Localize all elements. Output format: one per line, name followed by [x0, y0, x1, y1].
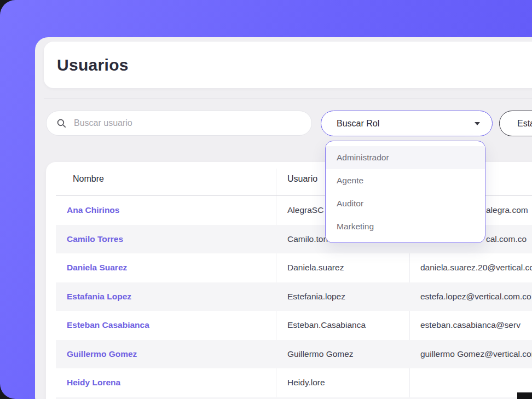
user-name-link[interactable]: Daniela Suarez — [56, 263, 276, 273]
column-header-nombre: Nombre — [56, 174, 276, 184]
user-name-link[interactable]: Ana Chirinos — [56, 205, 276, 215]
search-icon — [56, 118, 67, 129]
email-cell: esteban.casabianca@serv — [409, 320, 532, 330]
chevron-down-icon — [475, 122, 480, 125]
role-select-label: Buscar Rol — [337, 119, 379, 129]
user-name-link[interactable]: Camilo Torres — [56, 234, 276, 244]
table-row: Heidy Lorena Heidy.lore — [56, 368, 532, 397]
table-row: Estafania Lopez Estefania.lopez estefa.l… — [56, 282, 532, 311]
user-name-link[interactable]: Heidy Lorena — [56, 378, 276, 388]
email-cell: daniela.suarez.20@vertical.com — [409, 263, 532, 273]
header-divider — [44, 99, 532, 99]
table-row: Guillermo Gomez Guillermo Gomez guillerm… — [56, 340, 532, 369]
table-row: Daniela Suarez Daniela.suarez daniela.su… — [56, 253, 532, 282]
user-name-link[interactable]: Estafania Lopez — [56, 292, 276, 302]
email-cell: estefa.lopez@vertical.com.co — [409, 292, 532, 302]
username-cell: Heidy.lore — [276, 378, 409, 388]
dropdown-option-agente[interactable]: Agente — [326, 169, 485, 192]
page-header: Usuarios — [44, 42, 532, 88]
user-name-link[interactable]: Esteban Casabianca — [56, 320, 276, 330]
username-cell: Esteban.Casabianca — [276, 320, 409, 330]
user-name-link[interactable]: Guillermo Gomez — [56, 349, 276, 359]
search-field[interactable] — [46, 111, 312, 136]
role-select[interactable]: Buscar Rol — [321, 111, 493, 136]
search-input[interactable] — [74, 118, 302, 128]
username-cell: Daniela.suarez — [276, 263, 409, 273]
role-dropdown-menu: Administrador Agente Auditor Marketing — [325, 141, 485, 243]
dropdown-option-marketing[interactable]: Marketing — [326, 215, 485, 238]
status-select-label: Estado — [517, 119, 532, 129]
status-select[interactable]: Estado — [499, 111, 532, 136]
username-cell: Estefania.lopez — [276, 292, 409, 302]
dropdown-option-auditor[interactable]: Auditor — [326, 192, 485, 215]
background-corner-fragment — [517, 392, 532, 399]
screen: Usuarios Buscar Rol Estado Nombre — [0, 0, 532, 399]
table-row: Esteban Casabianca Esteban.Casabianca es… — [56, 311, 532, 340]
dropdown-option-administrador[interactable]: Administrador — [326, 146, 485, 169]
page-title: Usuarios — [57, 56, 129, 74]
username-cell: Guillermo Gomez — [276, 349, 409, 359]
email-cell: guillermo Gomez@vertical.com — [409, 349, 532, 359]
table-row — [56, 397, 532, 399]
